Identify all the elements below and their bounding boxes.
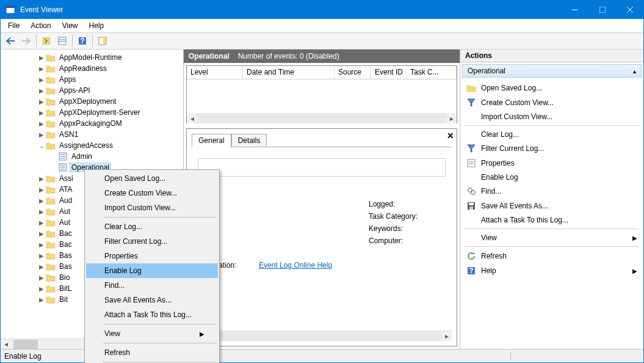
- help-icon: ?: [466, 266, 476, 276]
- svg-rect-22: [468, 160, 475, 167]
- action-list: Open Saved Log... Create Custom View... …: [460, 79, 643, 279]
- cm-open-saved-log[interactable]: Open Saved Log...: [86, 171, 218, 186]
- detail-pane: ✕ General Details ame: e: Logged: ID: Ta…: [186, 128, 457, 346]
- menu-action[interactable]: Action: [26, 20, 56, 31]
- minimize-button[interactable]: [561, 1, 588, 19]
- cm-properties[interactable]: Properties: [86, 249, 218, 263]
- save-icon: [466, 201, 476, 211]
- cm-create-custom-view[interactable]: Create Custom View...: [86, 186, 218, 200]
- action-filter-log[interactable]: Filter Current Log...: [460, 141, 643, 156]
- svg-rect-28: [469, 203, 474, 205]
- properties-icon: [466, 158, 476, 168]
- tree-item-admin[interactable]: Admin: [1, 151, 183, 162]
- separator: [465, 125, 639, 126]
- properties-button[interactable]: [55, 34, 70, 48]
- refresh-icon: [466, 251, 476, 261]
- action-clear-log[interactable]: Clear Log...: [460, 128, 643, 141]
- separator: [465, 246, 639, 247]
- grid-header[interactable]: Level Date and Time Source Event ID Task…: [187, 66, 457, 79]
- event-grid[interactable]: Level Date and Time Source Event ID Task…: [186, 65, 457, 123]
- col-level[interactable]: Level: [187, 66, 243, 79]
- help-button[interactable]: ?: [75, 34, 90, 48]
- cm-save-all[interactable]: Save All Events As...: [86, 293, 218, 307]
- cm-find[interactable]: Find...: [86, 278, 218, 293]
- tab-body: ame: e: Logged: ID: Task Category: Keywo…: [192, 147, 452, 326]
- svg-rect-29: [469, 207, 473, 210]
- show-tree-button[interactable]: [39, 34, 54, 48]
- svg-point-26: [471, 191, 476, 195]
- svg-rect-3: [599, 7, 606, 13]
- action-enable-log[interactable]: Enable Log: [460, 170, 643, 184]
- link-online-help[interactable]: Event Log Online Help: [259, 261, 332, 270]
- center-pane: Operational Number of events: 0 (Disable…: [184, 50, 460, 349]
- actions-subheader[interactable]: Operational ▴: [462, 64, 642, 78]
- menubar: File Action View Help: [1, 19, 643, 32]
- forward-button[interactable]: [19, 34, 34, 48]
- action-find[interactable]: Find...: [460, 184, 643, 199]
- cm-filter-log[interactable]: Filter Current Log...: [86, 234, 218, 249]
- cm-view[interactable]: View▶: [86, 326, 218, 341]
- action-refresh[interactable]: Refresh: [460, 249, 643, 263]
- action-pane-button[interactable]: [95, 34, 110, 48]
- menu-help[interactable]: Help: [84, 20, 109, 31]
- lbl-keywords: Keywords:: [369, 224, 442, 233]
- action-view[interactable]: View▶: [460, 231, 643, 244]
- tree-item[interactable]: ▶ASN1: [1, 129, 183, 140]
- close-button[interactable]: [616, 1, 643, 19]
- event-message-box: [198, 158, 446, 177]
- tree-item[interactable]: ▶AppXDeployment: [1, 96, 183, 107]
- center-header: Operational Number of events: 0 (Disable…: [184, 50, 460, 63]
- tree-item-assignedaccess[interactable]: ⌄AssignedAccess: [1, 140, 183, 151]
- cm-clear-log[interactable]: Clear Log...: [86, 219, 218, 234]
- tree-item[interactable]: ▶AppxPackagingOM: [1, 118, 183, 129]
- action-create-custom-view[interactable]: Create Custom View...: [460, 95, 643, 110]
- action-properties[interactable]: Properties: [460, 156, 643, 170]
- tree-item[interactable]: ▶Apps-API: [1, 85, 183, 96]
- action-import-custom-view[interactable]: Import Custom View...: [460, 110, 643, 123]
- action-help[interactable]: ?Help▶: [460, 263, 643, 278]
- status-text: Enable Log: [4, 352, 511, 361]
- cm-enable-log[interactable]: Enable Log: [86, 263, 218, 278]
- log-name: Operational: [189, 52, 230, 61]
- titlebar: Event Viewer: [1, 1, 643, 19]
- find-icon: [466, 186, 476, 196]
- tree-item[interactable]: ▶Apps: [1, 74, 183, 85]
- svg-rect-13: [103, 37, 106, 45]
- col-source[interactable]: Source: [335, 66, 371, 79]
- svg-rect-7: [59, 37, 66, 45]
- menu-file[interactable]: File: [3, 20, 24, 31]
- svg-rect-1: [6, 6, 15, 8]
- actions-sub-label: Operational: [468, 67, 505, 75]
- toolbar-separator: [72, 35, 73, 47]
- cm-refresh[interactable]: Refresh: [86, 345, 218, 360]
- actions-pane: Actions Operational ▴ Open Saved Log... …: [460, 50, 643, 349]
- col-date[interactable]: Date and Time: [243, 66, 335, 79]
- detail-h-scrollbar[interactable]: ◂▸: [192, 331, 452, 341]
- tab-general[interactable]: General: [192, 134, 231, 147]
- tree-item[interactable]: ▶AppReadiness: [1, 63, 183, 74]
- action-open-saved-log[interactable]: Open Saved Log...: [460, 81, 643, 95]
- funnel-icon: [466, 98, 476, 108]
- separator: [103, 362, 217, 362]
- cm-attach-task[interactable]: Attach a Task To this Log...: [86, 307, 218, 322]
- tree-item[interactable]: ▶AppModel-Runtime: [1, 52, 183, 63]
- menu-view[interactable]: View: [57, 20, 83, 31]
- tree-item[interactable]: ▶AppXDeployment-Server: [1, 107, 183, 118]
- collapse-icon: ▴: [633, 68, 636, 75]
- separator: [103, 343, 217, 343]
- toolbar-separator: [36, 35, 37, 47]
- cm-import-custom-view[interactable]: Import Custom View...: [86, 200, 218, 215]
- funnel-icon: [466, 144, 476, 153]
- folder-open-icon: [466, 83, 476, 93]
- col-eventid[interactable]: Event ID: [371, 66, 407, 79]
- grid-h-scrollbar[interactable]: ◂▸: [187, 113, 457, 123]
- action-save-all[interactable]: Save All Events As...: [460, 199, 643, 213]
- window-title: Event Viewer: [20, 6, 561, 14]
- back-button[interactable]: [3, 34, 18, 48]
- maximize-button[interactable]: [588, 1, 616, 19]
- detail-close-button[interactable]: ✕: [447, 131, 454, 141]
- app-icon: [5, 5, 15, 15]
- tab-details[interactable]: Details: [231, 134, 267, 147]
- action-attach-task[interactable]: Attach a Task To this Log...: [460, 213, 643, 227]
- col-task[interactable]: Task C...: [407, 66, 457, 79]
